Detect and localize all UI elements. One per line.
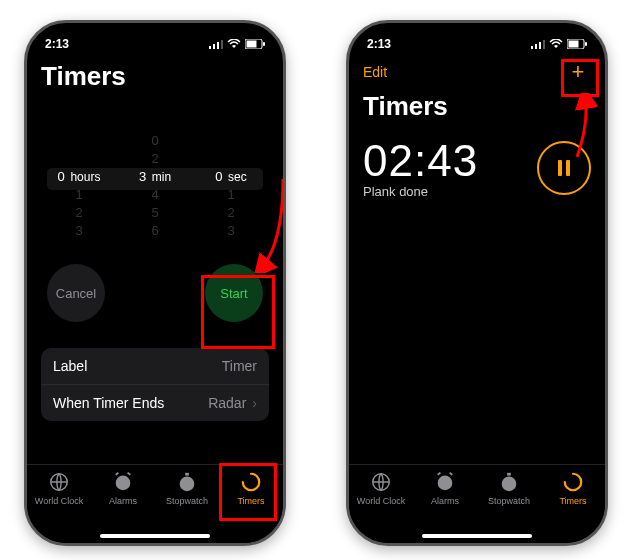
label-row-title: Label [53,358,87,374]
tab-bar: World Clock Alarms Stopwatch Timers [349,464,605,543]
timer-icon [240,471,262,493]
when-ends-title: When Timer Ends [53,395,164,411]
picker-seconds-unit: sec [228,170,247,184]
svg-rect-2 [217,42,219,49]
add-button[interactable]: + [565,59,591,85]
tab-timers-label: Timers [559,496,586,506]
tab-world-clock[interactable]: World Clock [353,471,409,506]
pause-button[interactable] [537,141,591,195]
running-timer-time: 02:43 [363,136,478,186]
picker-hours-unit: hours [70,170,100,184]
stopwatch-icon [176,471,198,493]
svg-rect-5 [247,41,257,48]
home-indicator[interactable] [100,534,210,538]
tab-alarms[interactable]: Alarms [95,471,151,506]
svg-point-9 [180,477,195,492]
tab-timers[interactable]: Timers [545,471,601,506]
status-indicators [531,39,587,49]
picker-hours-value: 0 [58,169,65,184]
status-time: 2:13 [45,37,69,51]
svg-point-19 [438,476,453,491]
when-ends-value: Radar [208,395,246,411]
tab-stopwatch-label: Stopwatch [166,496,208,506]
tab-timers[interactable]: Timers [223,471,279,506]
tab-stopwatch[interactable]: Stopwatch [159,471,215,506]
button-row: Cancel Start [41,264,269,322]
picker-minutes-column[interactable]: 0 2 3 min 4 5 6 [120,132,190,240]
home-indicator[interactable] [422,534,532,538]
edit-button[interactable]: Edit [363,64,387,80]
picker-seconds-column[interactable]: 0 sec 1 2 3 [196,132,266,240]
chevron-right-icon: › [252,395,257,411]
running-timer-label: Plank done [363,184,478,199]
svg-rect-12 [535,44,537,49]
tab-bar: World Clock Alarms Stopwatch Timers [27,464,283,543]
picker-seconds-value: 0 [215,169,222,184]
page-title: Timers [41,61,269,92]
svg-rect-13 [539,42,541,49]
globe-icon [370,471,392,493]
label-row[interactable]: Label Timer [41,348,269,384]
svg-rect-17 [585,42,587,46]
picker-hours-column[interactable]: 0 hours 1 2 3 [44,132,114,240]
pause-icon [558,160,570,176]
svg-rect-10 [185,473,189,476]
notch [417,23,537,49]
tab-stopwatch-label: Stopwatch [488,496,530,506]
phone-right-running-timer: 2:13 Edit + Timers 02:43 Plank done Worl… [346,20,608,546]
timer-icon [562,471,584,493]
svg-rect-14 [543,40,545,49]
start-button[interactable]: Start [205,264,263,322]
running-timer-row[interactable]: 02:43 Plank done [363,136,591,199]
label-row-value: Timer [222,358,257,374]
svg-rect-6 [263,42,265,46]
svg-rect-3 [221,40,223,49]
svg-rect-1 [213,44,215,49]
tab-world-clock-label: World Clock [357,496,405,506]
globe-icon [48,471,70,493]
battery-icon [567,39,587,49]
picker-minutes-unit: min [152,170,171,184]
timer-settings: Label Timer When Timer Ends Radar › [41,348,269,421]
when-ends-row[interactable]: When Timer Ends Radar › [41,384,269,421]
tab-stopwatch[interactable]: Stopwatch [481,471,537,506]
tab-alarms-label: Alarms [109,496,137,506]
tab-alarms-label: Alarms [431,496,459,506]
nav-row: Edit + [363,59,591,85]
tab-world-clock[interactable]: World Clock [31,471,87,506]
svg-rect-21 [507,473,511,476]
wifi-icon [227,39,241,49]
status-indicators [209,39,265,49]
notch [95,23,215,49]
picker-minutes-value: 3 [139,169,146,184]
tab-world-clock-label: World Clock [35,496,83,506]
cancel-button[interactable]: Cancel [47,264,105,322]
svg-point-8 [116,476,131,491]
time-picker[interactable]: 0 hours 1 2 3 0 2 3 min 4 5 6 [41,132,269,240]
svg-rect-16 [569,41,579,48]
svg-rect-0 [209,46,211,49]
status-time: 2:13 [367,37,391,51]
phone-left-create-timer: 2:13 Timers 0 hours 1 2 3 [24,20,286,546]
stopwatch-icon [498,471,520,493]
wifi-icon [549,39,563,49]
battery-icon [245,39,265,49]
alarm-icon [434,471,456,493]
svg-rect-11 [531,46,533,49]
svg-point-20 [502,477,517,492]
page-title: Timers [363,91,591,122]
alarm-icon [112,471,134,493]
tab-timers-label: Timers [237,496,264,506]
tab-alarms[interactable]: Alarms [417,471,473,506]
